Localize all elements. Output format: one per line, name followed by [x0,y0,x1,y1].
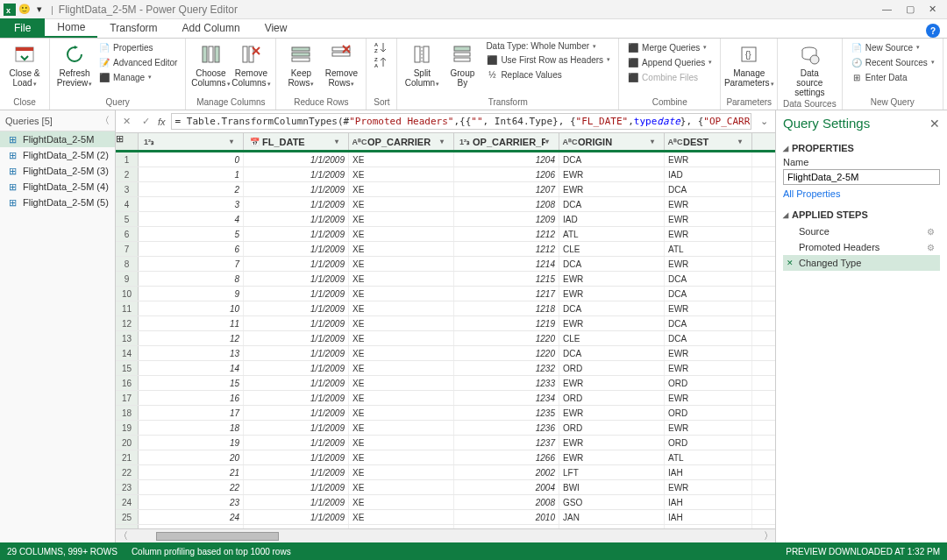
table-cell[interactable]: 2008 [454,495,559,509]
table-cell[interactable]: 20 [139,450,244,464]
table-cell[interactable]: 1/1/2009 [244,257,349,271]
table-row[interactable]: 211/1/2009XE1206EWRIAD [116,167,775,182]
row-number[interactable]: 4 [116,197,139,211]
row-number[interactable]: 9 [116,272,139,286]
column-header[interactable]: AᴮCOP_CARRIER▾ [349,133,454,150]
column-filter-icon[interactable]: ▾ [651,138,661,145]
row-number[interactable]: 14 [116,346,139,360]
table-row[interactable]: 24231/1/2009XE2008GSOIAH [116,495,775,510]
table-cell[interactable]: 3 [139,197,244,211]
table-cell[interactable]: 2010 [454,510,559,524]
query-item[interactable]: ⊞FlightData_2-5M (5) [0,195,115,210]
table-cell[interactable]: XE [349,227,454,241]
table-cell[interactable]: 8 [139,272,244,286]
table-cell[interactable]: XE [349,421,454,435]
choose-columns-button[interactable]: Choose Columns▾ [191,40,230,89]
table-cell[interactable]: 1/1/2009 [244,421,349,435]
sort-asc-button[interactable]: AZ [372,40,391,54]
table-cell[interactable]: 1207 [454,182,559,196]
table-cell[interactable]: XE [349,346,454,360]
table-row[interactable]: 18171/1/2009XE1235EWRORD [116,406,775,421]
table-cell[interactable]: XE [349,406,454,420]
row-number[interactable]: 6 [116,227,139,241]
table-row[interactable]: 431/1/2009XE1208DCAEWR [116,197,775,212]
row-number[interactable]: 22 [116,465,139,479]
table-cell[interactable]: 1/1/2009 [244,406,349,420]
table-cell[interactable]: DCA [559,301,665,315]
table-cell[interactable]: XE [349,152,454,167]
table-cell[interactable]: 9 [139,287,244,301]
column-filter-icon[interactable]: ▾ [440,138,451,145]
table-cell[interactable]: GSO [559,495,665,509]
remove-columns-button[interactable]: Remove Columns▾ [231,40,270,89]
table-cell[interactable]: EWR [665,480,752,494]
table-cell[interactable]: 1/1/2009 [244,510,349,524]
row-number[interactable]: 11 [116,301,139,315]
row-number[interactable]: 15 [116,361,139,375]
table-cell[interactable]: XE [349,376,454,390]
table-cell[interactable]: 24 [139,510,244,524]
table-cell[interactable]: 19 [139,436,244,450]
gear-icon[interactable]: ⚙ [927,243,935,252]
table-cell[interactable]: XE [349,316,454,330]
table-cell[interactable]: XE [349,480,454,494]
sort-desc-button[interactable]: ZA [372,55,391,69]
table-cell[interactable]: 1218 [454,301,559,315]
column-header[interactable]: AᴮCORIGIN▾ [559,133,665,150]
table-cell[interactable]: DCA [559,152,665,167]
close-settings-icon[interactable]: ✕ [929,117,940,131]
table-cell[interactable]: EWR [559,406,665,420]
row-number[interactable]: 12 [116,316,139,330]
replace-values-button[interactable]: ½Replace Values [483,67,613,82]
table-cell[interactable]: XE [349,450,454,464]
table-cell[interactable]: 15 [139,376,244,390]
table-cell[interactable]: 7 [139,257,244,271]
all-properties-link[interactable]: All Properties [783,188,940,199]
table-cell[interactable]: 16 [139,391,244,405]
table-cell[interactable]: 23 [139,495,244,509]
table-cell[interactable]: CLE [559,331,665,345]
row-number[interactable]: 16 [116,376,139,390]
column-filter-icon[interactable]: ▾ [738,138,749,145]
column-type-icon[interactable]: AᴮC [352,136,367,148]
table-row[interactable]: 15141/1/2009XE1232ORDEWR [116,361,775,376]
properties-triangle-icon[interactable]: ◢ [783,145,788,152]
table-cell[interactable]: EWR [665,421,752,435]
applied-step[interactable]: ✕Changed Type [783,255,940,271]
table-cell[interactable]: EWR [559,272,665,286]
formula-accept-icon[interactable]: ✓ [139,115,153,129]
column-type-icon[interactable]: AᴮC [562,136,578,148]
table-cell[interactable]: DCA [665,182,752,196]
table-cell[interactable]: EWR [665,301,752,315]
table-cell[interactable]: 5 [139,227,244,241]
table-cell[interactable]: ORD [665,376,752,390]
table-cell[interactable]: ORD [665,436,752,450]
table-cell[interactable]: 1/1/2009 [244,450,349,464]
split-column-button[interactable]: Split Column▾ [402,40,441,89]
column-header[interactable]: 📅FL_DATE▾ [244,133,349,150]
table-cell[interactable]: EWR [665,197,752,211]
maximize-icon[interactable]: ▢ [906,4,915,15]
table-cell[interactable]: 1219 [454,316,559,330]
table-cell[interactable]: 1/1/2009 [244,152,349,167]
column-header[interactable]: 1²₃OP_CARRIER_FL_NUM▾ [454,133,559,150]
table-cell[interactable]: XE [349,495,454,509]
table-row[interactable]: 321/1/2009XE1207EWRDCA [116,182,775,197]
table-cell[interactable]: DCA [559,346,665,360]
row-number[interactable]: 18 [116,406,139,420]
table-cell[interactable]: ATL [665,242,752,256]
horizontal-scrollbar[interactable]: 〈 〉 [116,528,775,542]
table-cell[interactable]: 1234 [454,391,559,405]
hscroll-thumb[interactable] [156,532,279,541]
group-by-button[interactable]: Group By [443,40,481,89]
table-cell[interactable]: ORD [559,361,665,375]
table-row[interactable]: 13121/1/2009XE1220CLEDCA [116,331,775,346]
table-cell[interactable]: IAH [665,465,752,479]
table-cell[interactable]: ORD [665,406,752,420]
column-type-icon[interactable]: 1²₃ [457,136,473,148]
remove-rows-button[interactable]: Remove Rows▾ [322,40,360,89]
table-cell[interactable]: 10 [139,301,244,315]
row-number[interactable]: 21 [116,450,139,464]
table-row[interactable]: 981/1/2009XE1215EWRDCA [116,272,775,287]
table-cell[interactable]: 1232 [454,361,559,375]
